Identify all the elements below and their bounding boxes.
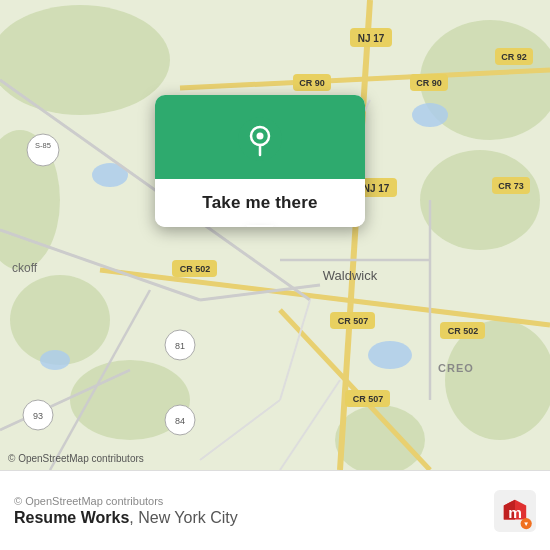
svg-text:CR 507: CR 507: [353, 394, 384, 404]
moovit-logo: m ▼: [494, 490, 536, 532]
svg-text:Waldwick: Waldwick: [323, 268, 378, 283]
svg-point-49: [27, 134, 59, 166]
svg-text:81: 81: [175, 341, 185, 351]
location-pin-icon: [238, 117, 282, 161]
svg-text:▼: ▼: [523, 520, 529, 527]
popup-green-area: [155, 95, 365, 179]
attribution-text: © OpenStreetMap contributors: [14, 495, 482, 507]
bottom-bar: © OpenStreetMap contributors Resume Work…: [0, 470, 550, 550]
svg-text:CR 507: CR 507: [338, 316, 369, 326]
svg-point-3: [420, 150, 540, 250]
popup-tail: [246, 225, 274, 227]
moovit-icon: m ▼: [494, 490, 536, 532]
svg-point-10: [368, 341, 412, 369]
map-popup: Take me there: [155, 95, 365, 227]
map-container[interactable]: NJ 17 CR 90 CR 90 CR 92 NJ 17 CR 73 CR 5…: [0, 0, 550, 470]
location-info: © OpenStreetMap contributors Resume Work…: [14, 495, 482, 527]
svg-text:NJ 17: NJ 17: [363, 183, 390, 194]
svg-text:CR 90: CR 90: [416, 78, 442, 88]
svg-text:CR 73: CR 73: [498, 181, 524, 191]
map-svg: NJ 17 CR 90 CR 90 CR 92 NJ 17 CR 73 CR 5…: [0, 0, 550, 470]
svg-text:m: m: [508, 504, 522, 521]
svg-point-63: [257, 133, 264, 140]
svg-text:CR 92: CR 92: [501, 52, 527, 62]
svg-point-11: [40, 350, 70, 370]
svg-text:CR 90: CR 90: [299, 78, 325, 88]
svg-text:CR 502: CR 502: [180, 264, 211, 274]
svg-text:NJ 17: NJ 17: [358, 33, 385, 44]
svg-text:93: 93: [33, 411, 43, 421]
svg-text:CR 502: CR 502: [448, 326, 479, 336]
svg-text:84: 84: [175, 416, 185, 426]
take-me-there-button[interactable]: Take me there: [155, 179, 365, 227]
location-name: Resume Works: [14, 509, 129, 526]
svg-point-12: [412, 103, 448, 127]
svg-text:ckoff: ckoff: [12, 261, 38, 275]
svg-text:CREO: CREO: [438, 362, 474, 374]
location-city: , New York City: [129, 509, 237, 526]
svg-text:© OpenStreetMap contributors: © OpenStreetMap contributors: [8, 453, 144, 464]
svg-text:S-85: S-85: [35, 141, 51, 150]
location-full: Resume Works, New York City: [14, 509, 482, 527]
